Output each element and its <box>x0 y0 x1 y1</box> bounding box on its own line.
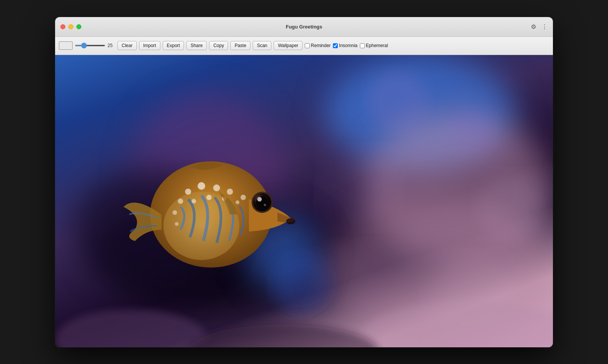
svg-point-16 <box>241 195 246 200</box>
svg-point-1 <box>450 108 496 154</box>
svg-point-6 <box>55 309 207 347</box>
ephemeral-checkbox-label[interactable]: Ephemeral <box>360 43 388 48</box>
traffic-lights <box>60 24 81 29</box>
svg-point-21 <box>178 199 183 204</box>
color-swatch[interactable] <box>59 41 73 50</box>
scan-button[interactable]: Scan <box>253 41 271 50</box>
fish-body <box>124 161 295 268</box>
svg-point-23 <box>175 222 179 226</box>
reminder-checkbox-label[interactable]: Reminder <box>305 43 331 48</box>
titlebar-actions: ⚙ ⋮ <box>531 23 548 30</box>
svg-point-18 <box>206 195 212 200</box>
svg-point-0 <box>367 70 428 131</box>
wallpaper-button[interactable]: Wallpaper <box>274 41 302 50</box>
insomnia-checkbox[interactable] <box>333 43 338 48</box>
window-title: Fugu Greetings <box>286 24 322 30</box>
copy-button[interactable]: Copy <box>209 41 228 50</box>
svg-point-28 <box>264 204 266 206</box>
slider-value: 25 <box>108 43 115 48</box>
size-slider[interactable] <box>75 45 105 46</box>
svg-point-2 <box>321 150 397 226</box>
svg-point-8 <box>188 325 378 347</box>
minimize-button[interactable] <box>68 24 73 29</box>
import-button[interactable]: Import <box>139 41 160 50</box>
extensions-icon[interactable]: ⚙ <box>531 23 536 30</box>
ephemeral-label: Ephemeral <box>366 43 388 48</box>
svg-point-14 <box>213 184 220 191</box>
fish-scene <box>55 55 553 347</box>
svg-point-13 <box>198 182 205 190</box>
titlebar: Fugu Greetings ⚙ ⋮ <box>55 17 553 37</box>
export-button[interactable]: Export <box>163 41 184 50</box>
close-button[interactable] <box>60 24 65 29</box>
ephemeral-checkbox[interactable] <box>360 43 365 48</box>
content-area <box>55 55 553 347</box>
svg-point-12 <box>185 189 191 195</box>
maximize-button[interactable] <box>76 24 81 29</box>
svg-point-11 <box>286 218 295 224</box>
clear-button[interactable]: Clear <box>117 41 137 50</box>
svg-point-7 <box>359 302 553 347</box>
app-window: Fugu Greetings ⚙ ⋮ 25 Clear Import Expor… <box>55 17 553 347</box>
slider-container: 25 <box>75 43 115 48</box>
share-button[interactable]: Share <box>186 41 207 50</box>
paste-button[interactable]: Paste <box>230 41 250 50</box>
insomnia-label: Insomnia <box>339 43 358 48</box>
menu-icon[interactable]: ⋮ <box>542 23 548 30</box>
insomnia-checkbox-label[interactable]: Insomnia <box>333 43 358 48</box>
toolbar: 25 Clear Import Export Share Copy Paste … <box>55 37 553 55</box>
reminder-checkbox[interactable] <box>305 43 310 48</box>
svg-point-22 <box>173 210 177 215</box>
fish-svg <box>55 55 553 347</box>
svg-point-17 <box>192 199 196 203</box>
reminder-label: Reminder <box>311 43 331 48</box>
svg-point-20 <box>236 200 239 204</box>
svg-point-15 <box>227 189 233 195</box>
svg-point-27 <box>257 197 262 202</box>
svg-point-4 <box>272 252 332 313</box>
svg-point-3 <box>477 173 545 241</box>
